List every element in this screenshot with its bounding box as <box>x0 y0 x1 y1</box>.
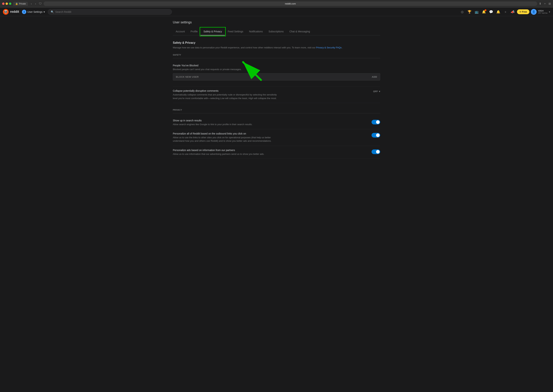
trophy-icon[interactable]: 🏆 <box>467 9 472 15</box>
tab-feed[interactable]: Feed Settings <box>225 28 246 35</box>
people-blocked-desc: Blocked people can't send you chat reque… <box>173 68 281 71</box>
tabs: Account Profile Safety & Privacy Feed Se… <box>173 28 380 35</box>
toggle-slider-2 <box>372 133 380 138</box>
section-heading: Safety & Privacy <box>173 41 380 44</box>
avatar-small: 👤 <box>22 10 26 14</box>
username: 40504 <box>538 10 547 12</box>
user-info[interactable]: 👤 40504 257 karma ▾ <box>531 9 550 15</box>
block-user-input[interactable] <box>176 76 372 78</box>
browser-chrome: 🔒 Private ‹ › 🛡 ⬆ ＋ ⊞ <box>0 0 553 7</box>
add-icon[interactable]: ＋ <box>503 9 508 15</box>
tabs-container: Account Profile Safety & Privacy Feed Se… <box>173 28 380 35</box>
main-content: User settings Account Profile Safety & P… <box>168 16 385 169</box>
forward-button[interactable]: › <box>34 2 37 6</box>
url-bar[interactable] <box>43 1 537 6</box>
search-input[interactable] <box>55 10 169 13</box>
close-button[interactable] <box>2 2 5 5</box>
people-blocked-row: People You've Blocked Blocked people can… <box>173 61 380 87</box>
reddit-icon: 👽 <box>3 9 9 15</box>
search-results-toggle[interactable] <box>372 120 380 125</box>
tab-account[interactable]: Account <box>173 28 188 35</box>
personalize-links-desc: Allow us to use the links to other sites… <box>173 136 281 143</box>
minimize-button[interactable] <box>6 2 8 5</box>
personalize-ads-info: Personalize ads based on information fro… <box>173 149 367 156</box>
search-icon: 🔍 <box>51 10 54 13</box>
collapse-dropdown[interactable]: OFF ▾ <box>373 90 380 93</box>
personalize-links-toggle[interactable] <box>372 133 380 138</box>
bell-icon[interactable]: 🔔 <box>496 9 501 15</box>
search-results-title: Show up in search results <box>173 119 367 122</box>
karma: 257 karma <box>538 12 547 14</box>
collapse-title: Collapse potentially disruptive comments <box>173 89 369 92</box>
user-dropdown-icon: ▾ <box>549 10 550 13</box>
tab-notifications[interactable]: Notifications <box>246 28 266 35</box>
collapse-value: OFF <box>373 90 378 93</box>
tabs-wrapper: Account Profile Safety & Privacy Feed Se… <box>173 28 380 35</box>
shield-icon: 🛡 <box>39 2 42 5</box>
back-button[interactable]: ‹ <box>30 2 33 6</box>
privacy-link[interactable]: Privacy & Security FAQs <box>316 46 342 49</box>
user-settings-label: User Settings <box>27 10 43 13</box>
tab-chat[interactable]: Chat & Messaging <box>287 28 313 35</box>
block-user-container: ADD <box>173 73 380 81</box>
premium-button[interactable]: © Free <box>517 9 529 14</box>
search-bar[interactable]: 🔍 <box>48 9 172 15</box>
reddit-logo-text: reddit <box>10 10 19 14</box>
personalize-ads-desc: Allow us to use information that our adv… <box>173 152 281 156</box>
coin-icon: © <box>519 10 521 13</box>
personalize-ads-row: Personalize ads based on information fro… <box>173 146 380 159</box>
personalize-ads-toggle[interactable] <box>372 149 380 154</box>
privacy-section: PRIVACY Show up in search results Allow … <box>173 109 380 159</box>
megaphone-icon[interactable]: 📣 <box>510 9 516 15</box>
collapse-comments-row: Collapse potentially disruptive comments… <box>173 86 380 103</box>
tab-subscriptions[interactable]: Subscriptions <box>266 28 287 35</box>
personalize-links-info: Personalize all of Reddit based on the o… <box>173 132 367 143</box>
personalize-ads-title: Personalize ads based on information fro… <box>173 149 367 152</box>
safety-section: SAFETY People You've Blocked Blocked peo… <box>173 54 380 103</box>
user-settings-dropdown[interactable]: 👤 User Settings ▾ <box>22 10 45 14</box>
notification-badge <box>485 9 486 11</box>
collapse-info: Collapse potentially disruptive comments… <box>173 89 369 100</box>
fullscreen-button[interactable] <box>9 2 11 5</box>
people-blocked-title: People You've Blocked <box>173 64 380 67</box>
traffic-lights <box>2 2 11 5</box>
browser-tab[interactable]: 🔒 Private <box>13 2 28 6</box>
personalize-links-title: Personalize all of Reddit based on the o… <box>173 132 367 135</box>
video-icon[interactable]: 📺 <box>474 9 480 15</box>
tab-profile[interactable]: Profile <box>188 28 201 35</box>
share-icon[interactable]: ⬆ <box>539 2 541 5</box>
toggle-slider-3 <box>372 149 380 154</box>
search-results-row: Show up in search results Allow search e… <box>173 116 380 129</box>
section-description: Manage how we use data to personalize yo… <box>173 46 380 49</box>
privacy-section-label: PRIVACY <box>173 109 380 113</box>
page-title: User settings <box>173 21 380 24</box>
premium-label: Free <box>522 10 527 13</box>
browser-nav: ‹ › <box>30 2 37 6</box>
user-stats: 40504 257 karma <box>538 10 547 14</box>
search-results-desc: Allow search engines like Google to link… <box>173 123 281 126</box>
search-results-info: Show up in search results Allow search e… <box>173 119 367 126</box>
reddit-logo[interactable]: 👽 reddit <box>3 9 19 15</box>
safety-privacy-section: Safety & Privacy Manage how we use data … <box>173 41 380 159</box>
header-icons: ◎ 🏆 📺 🔔 💬 🔔 ＋ 📣 © Free 👤 40504 257 karma… <box>460 9 550 15</box>
dropdown-icon: ▾ <box>379 90 380 93</box>
compass-icon[interactable]: ◎ <box>460 9 465 15</box>
reddit-header: 👽 reddit 👤 User Settings ▾ 🔍 ◎ 🏆 📺 🔔 💬 🔔… <box>0 7 553 16</box>
tab-label: Private <box>19 2 26 5</box>
dropdown-arrow-icon: ▾ <box>43 10 45 13</box>
safety-section-label: SAFETY <box>173 54 380 58</box>
grid-icon[interactable]: ⊞ <box>548 2 551 5</box>
new-tab-icon[interactable]: ＋ <box>544 2 546 6</box>
collapse-desc: Automatically collapse comments that are… <box>173 93 281 100</box>
avatar: 👤 <box>531 9 537 15</box>
chat-icon[interactable]: 💬 <box>488 9 494 15</box>
personalize-links-row: Personalize all of Reddit based on the o… <box>173 129 380 146</box>
toggle-slider <box>372 120 380 125</box>
tab-icon: 🔒 <box>15 2 18 5</box>
add-button[interactable]: ADD <box>372 76 377 78</box>
notification-icon[interactable]: 🔔 <box>481 9 487 15</box>
tab-safety[interactable]: Safety & Privacy <box>201 28 225 35</box>
people-blocked-info: People You've Blocked Blocked people can… <box>173 64 380 84</box>
browser-actions: ⬆ ＋ ⊞ <box>539 2 551 6</box>
